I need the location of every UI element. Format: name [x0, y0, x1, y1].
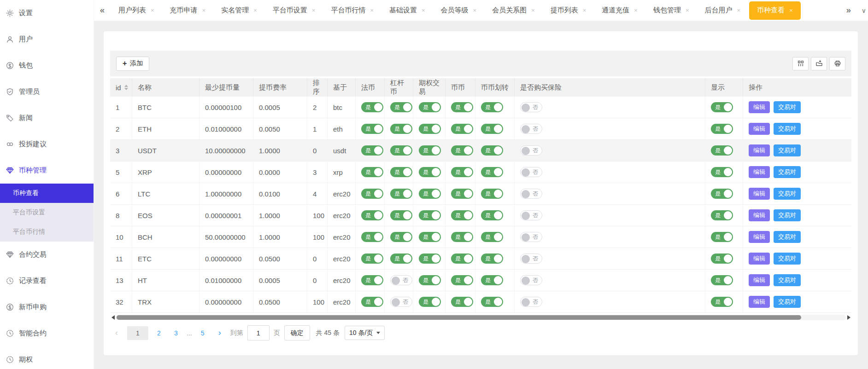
fiat-toggle[interactable]: 是 [361, 124, 383, 134]
lever-toggle[interactable]: 否 [390, 297, 412, 307]
sort-icon[interactable] [124, 85, 128, 90]
tab-kyc-manage[interactable]: 实名管理× [213, 0, 265, 21]
scroll-left-arrow[interactable] [110, 315, 116, 320]
page-button-3[interactable]: 3 [170, 326, 182, 340]
show-toggle[interactable]: 是 [711, 254, 733, 264]
show-toggle[interactable]: 是 [711, 102, 733, 112]
show-toggle[interactable]: 是 [711, 189, 733, 199]
add-button[interactable]: + 添加 [116, 57, 149, 71]
tab-coin-view[interactable]: 币种查看× [749, 1, 801, 20]
sidebar-item-news[interactable]: 新闻 [0, 105, 94, 131]
option-toggle[interactable]: 是 [419, 189, 441, 199]
sidebar-item-options[interactable]: 期权 [0, 346, 94, 369]
tab-platform-coin-settings[interactable]: 平台币设置× [265, 0, 323, 21]
insurance-toggle[interactable]: 否 [520, 145, 542, 156]
option-toggle[interactable]: 是 [419, 210, 441, 220]
insurance-toggle[interactable]: 否 [520, 189, 542, 199]
edit-button[interactable]: 编辑 [749, 231, 770, 243]
option-toggle[interactable]: 是 [419, 297, 441, 307]
transfer-toggle[interactable]: 是 [481, 189, 503, 199]
per-page-select[interactable]: 10 条/页 [345, 326, 385, 340]
coin-toggle[interactable]: 是 [451, 167, 473, 177]
show-toggle[interactable]: 是 [711, 275, 733, 285]
show-toggle[interactable]: 是 [711, 124, 733, 134]
transfer-toggle[interactable]: 是 [481, 124, 503, 134]
edit-button[interactable]: 编辑 [749, 101, 770, 113]
show-toggle[interactable]: 是 [711, 145, 733, 156]
sidebar-subitem-platform-coin-market[interactable]: 平台币行情 [0, 222, 94, 242]
sidebar-item-smart-contract[interactable]: 智能合约 [0, 320, 94, 346]
tab-member-relation[interactable]: 会员关系图× [484, 0, 543, 21]
option-toggle[interactable]: 是 [419, 124, 441, 134]
fiat-toggle[interactable]: 是 [361, 210, 383, 220]
option-toggle[interactable]: 是 [419, 232, 441, 242]
trading-pair-button[interactable]: 交易对 [774, 144, 801, 156]
show-toggle[interactable]: 是 [711, 210, 733, 220]
show-toggle[interactable]: 是 [711, 232, 733, 242]
tab-member-level[interactable]: 会员等级× [433, 0, 485, 21]
edit-button[interactable]: 编辑 [749, 209, 770, 221]
fiat-toggle[interactable]: 是 [361, 102, 383, 112]
fiat-toggle[interactable]: 是 [361, 145, 383, 156]
tab-close-icon[interactable]: × [531, 7, 535, 14]
insurance-toggle[interactable]: 否 [520, 167, 542, 177]
sidebar-item-contract-trade[interactable]: 合约交易 [0, 242, 94, 268]
tab-platform-coin-market[interactable]: 平台币行情× [323, 0, 381, 21]
trading-pair-button[interactable]: 交易对 [774, 209, 801, 221]
fiat-toggle[interactable]: 是 [361, 189, 383, 199]
next-page-button[interactable]: › [213, 326, 226, 340]
lever-toggle[interactable]: 是 [390, 210, 412, 220]
show-toggle[interactable]: 是 [711, 297, 733, 307]
insurance-toggle[interactable]: 否 [520, 210, 542, 220]
insurance-toggle[interactable]: 否 [520, 102, 542, 112]
trading-pair-button[interactable]: 交易对 [774, 101, 801, 113]
option-toggle[interactable]: 是 [419, 275, 441, 285]
tab-user-list[interactable]: 用户列表× [111, 0, 162, 21]
prev-page-button[interactable]: ‹ [110, 326, 123, 340]
confirm-button[interactable]: 确定 [284, 325, 310, 340]
print-button[interactable] [829, 57, 845, 70]
trading-pair-button[interactable]: 交易对 [774, 253, 801, 265]
edit-button[interactable]: 编辑 [749, 188, 770, 200]
tab-close-icon[interactable]: × [686, 7, 689, 14]
tab-close-icon[interactable]: × [634, 7, 638, 14]
insurance-toggle[interactable]: 否 [520, 124, 542, 134]
collapse-tabs-left-icon[interactable]: « [94, 6, 111, 15]
lever-toggle[interactable]: 否 [390, 275, 412, 285]
goto-page-input[interactable] [247, 325, 270, 340]
sidebar-item-feedback[interactable]: 投拆建议 [0, 131, 94, 157]
coin-toggle[interactable]: 是 [451, 124, 473, 134]
coin-toggle[interactable]: 是 [451, 145, 473, 156]
tab-close-icon[interactable]: × [370, 7, 374, 14]
edit-button[interactable]: 编辑 [749, 253, 770, 265]
tab-close-icon[interactable]: × [202, 7, 206, 14]
page-button-2[interactable]: 2 [152, 326, 165, 340]
tab-close-icon[interactable]: × [151, 7, 154, 14]
coin-toggle[interactable]: 是 [451, 275, 473, 285]
fiat-toggle[interactable]: 是 [361, 167, 383, 177]
fiat-toggle[interactable]: 是 [361, 254, 383, 264]
tab-close-icon[interactable]: × [312, 7, 316, 14]
page-button-5[interactable]: 5 [196, 326, 209, 340]
option-toggle[interactable]: 是 [419, 102, 441, 112]
lever-toggle[interactable]: 是 [390, 254, 412, 264]
columns-button[interactable] [792, 57, 809, 70]
edit-button[interactable]: 编辑 [749, 123, 770, 135]
tab-close-icon[interactable]: × [737, 7, 741, 14]
trading-pair-button[interactable]: 交易对 [774, 166, 801, 178]
column-header-id[interactable]: id [110, 78, 132, 97]
sidebar-item-admin[interactable]: 管理员 [0, 79, 94, 105]
option-toggle[interactable]: 是 [419, 254, 441, 264]
page-button-1[interactable]: 1 [127, 326, 148, 340]
edit-button[interactable]: 编辑 [749, 296, 770, 308]
coin-toggle[interactable]: 是 [451, 189, 473, 199]
lever-toggle[interactable]: 是 [390, 124, 412, 134]
tab-close-icon[interactable]: × [789, 7, 793, 14]
trading-pair-button[interactable]: 交易对 [774, 123, 801, 135]
transfer-toggle[interactable]: 是 [481, 210, 503, 220]
option-toggle[interactable]: 是 [419, 167, 441, 177]
lever-toggle[interactable]: 是 [390, 167, 412, 177]
tab-deposit-apply[interactable]: 充币申请× [162, 0, 214, 21]
fiat-toggle[interactable]: 是 [361, 232, 383, 242]
trading-pair-button[interactable]: 交易对 [774, 231, 801, 243]
